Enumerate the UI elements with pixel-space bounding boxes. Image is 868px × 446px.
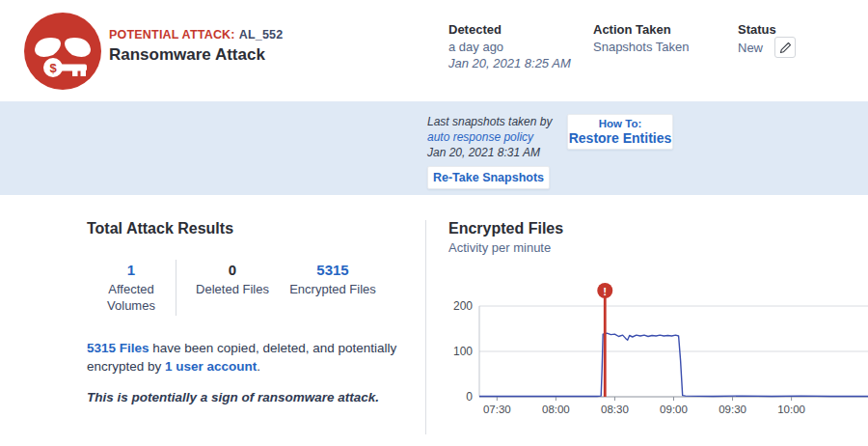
total-attack-results-panel: Total Attack Results 1 Affected Volumes … <box>87 220 426 404</box>
stat-deleted-files: 0 Deleted Files <box>190 262 275 297</box>
attack-stats: 1 Affected Volumes 0 Deleted Files 5315 … <box>87 262 426 316</box>
deleted-files-label: Deleted Files <box>190 281 275 297</box>
affected-volumes-value[interactable]: 1 <box>87 262 176 278</box>
encrypted-files-panel: Encrypted Files Activity per minute 0100… <box>448 220 868 446</box>
svg-text:!: ! <box>603 286 607 297</box>
status-column: Status New <box>738 22 796 58</box>
encrypted-files-label: Encrypted Files <box>283 281 383 297</box>
results-title: Total Attack Results <box>87 220 426 237</box>
action-taken-value: Snapshots Taken <box>593 40 690 54</box>
ransomware-note: This is potentially a sign of ransomware… <box>87 390 426 404</box>
deleted-files-value: 0 <box>190 262 275 278</box>
detected-label: Detected <box>448 22 571 37</box>
status-label: Status <box>738 22 796 37</box>
howto-label: How To: <box>568 118 672 129</box>
alert-title-block: POTENTIAL ATTACK:AL_552 Ransomware Attac… <box>109 28 283 65</box>
alert-id-line: POTENTIAL ATTACK:AL_552 <box>109 28 283 42</box>
svg-text:08:30: 08:30 <box>601 404 629 415</box>
snapshot-band: Last snapshots taken by auto response po… <box>0 101 868 195</box>
last-snapshot-timestamp: Jan 20, 2021 8:31 AM <box>427 145 555 160</box>
auto-response-policy-link[interactable]: auto response policy <box>427 129 555 145</box>
edit-status-button[interactable] <box>774 37 796 58</box>
attack-summary: 5315 Files have been copied, deleted, an… <box>87 339 407 376</box>
chart-title: Encrypted Files <box>448 220 868 237</box>
svg-text:09:00: 09:00 <box>660 404 688 415</box>
panel-divider <box>425 220 426 434</box>
howto-restore-entities-button[interactable]: How To: Restore Entities <box>567 114 673 150</box>
ransomware-alert-page: $ POTENTIAL ATTACK:AL_552 Ransomware Att… <box>0 0 868 446</box>
encrypted-files-chart[interactable]: 010020007:3008:0008:3009:0009:3010:00! <box>448 277 868 424</box>
svg-text:$: $ <box>49 61 57 75</box>
alert-header: $ POTENTIAL ATTACK:AL_552 Ransomware Att… <box>0 0 868 101</box>
svg-text:08:00: 08:00 <box>542 404 570 415</box>
retake-snapshots-button[interactable]: Re-Take Snapshots <box>427 166 550 189</box>
user-account-link[interactable]: 1 user account <box>165 359 257 374</box>
alert-id: AL_552 <box>239 28 284 42</box>
svg-text:10:00: 10:00 <box>777 404 805 415</box>
potential-attack-label: POTENTIAL ATTACK: <box>109 28 235 42</box>
action-taken-column: Action Taken Snapshots Taken <box>593 22 690 54</box>
svg-text:200: 200 <box>453 299 473 313</box>
stat-divider <box>176 260 176 316</box>
ransomware-attack-icon: $ <box>24 13 101 90</box>
last-snapshot-line1: Last snapshots taken by <box>427 114 555 129</box>
detected-timestamp: Jan 20, 2021 8:25 AM <box>448 56 571 70</box>
stat-encrypted-files: 5315 Encrypted Files <box>283 262 383 297</box>
last-snapshot-info: Last snapshots taken by auto response po… <box>427 114 555 189</box>
svg-text:100: 100 <box>453 345 473 358</box>
status-value: New <box>738 41 763 55</box>
stat-affected-volumes: 1 Affected Volumes <box>87 262 176 314</box>
chart-subtitle: Activity per minute <box>448 240 868 255</box>
detected-column: Detected a day ago Jan 20, 2021 8:25 AM <box>448 22 571 70</box>
action-taken-label: Action Taken <box>593 22 690 37</box>
detected-relative: a day ago <box>448 40 571 54</box>
page-title: Ransomware Attack <box>109 45 283 65</box>
svg-text:07:30: 07:30 <box>483 404 511 415</box>
files-link[interactable]: 5315 Files <box>87 341 149 355</box>
affected-volumes-label: Affected Volumes <box>87 281 176 314</box>
svg-text:0: 0 <box>466 390 473 404</box>
pencil-icon <box>779 42 792 54</box>
restore-entities-label: Restore Entities <box>568 130 672 146</box>
svg-text:09:30: 09:30 <box>719 404 746 415</box>
encrypted-files-value[interactable]: 5315 <box>283 262 383 278</box>
